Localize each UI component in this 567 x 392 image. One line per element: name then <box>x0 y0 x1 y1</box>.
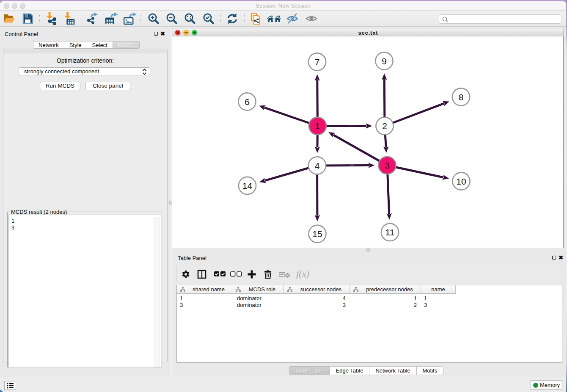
svg-text:6: 6 <box>245 97 250 107</box>
svg-text:15: 15 <box>312 229 322 239</box>
svg-text:14: 14 <box>242 181 253 190</box>
svg-text:10: 10 <box>456 177 466 186</box>
svg-text:9: 9 <box>382 56 387 66</box>
svg-text:7: 7 <box>315 57 320 67</box>
svg-text:3: 3 <box>385 160 390 170</box>
svg-text:4: 4 <box>315 161 320 171</box>
svg-text:1: 1 <box>315 121 320 131</box>
svg-text:11: 11 <box>385 227 395 237</box>
svg-text:2: 2 <box>382 121 387 131</box>
svg-text:8: 8 <box>459 92 464 102</box>
